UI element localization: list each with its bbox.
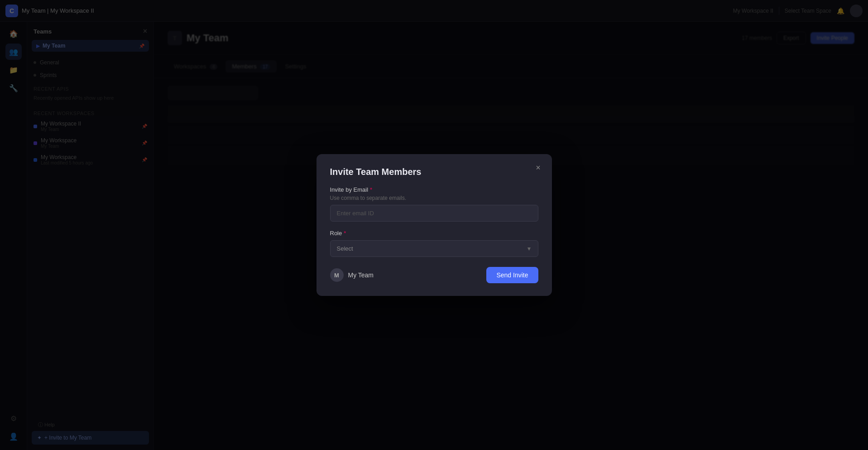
role-select[interactable]: Select Admin Member Viewer [330,240,538,257]
invite-modal: × Invite Team Members Invite by Email * … [317,154,552,296]
modal-footer: M My Team Send Invite [330,267,538,283]
email-field-hint: Use comma to separate emails. [330,195,538,201]
team-avatar: M [330,268,344,282]
modal-close-button[interactable]: × [532,161,545,174]
role-required-star: * [344,230,346,237]
role-label: Role * [330,230,538,237]
modal-title: Invite Team Members [330,167,538,177]
team-name: My Team [348,271,374,279]
role-select-wrapper: Select Admin Member Viewer ▼ [330,240,538,257]
modal-overlay: × Invite Team Members Invite by Email * … [0,0,868,450]
email-required-star: * [370,186,372,193]
send-invite-button[interactable]: Send Invite [486,267,538,283]
email-input[interactable] [330,205,538,222]
team-badge: M My Team [330,268,374,282]
invite-email-label: Invite by Email * [330,186,538,193]
